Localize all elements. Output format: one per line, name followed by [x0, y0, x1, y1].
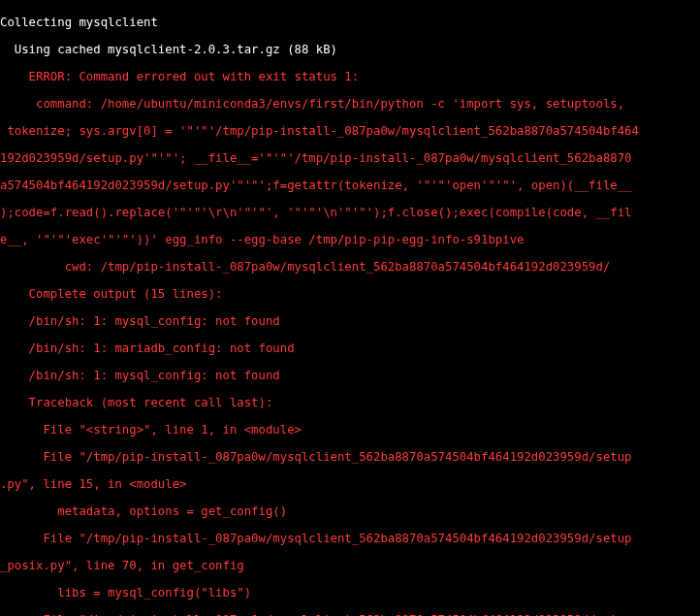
log-line: Collecting mysqlclient	[0, 16, 700, 29]
error-line: metadata, options = get_config()	[0, 504, 700, 518]
error-line: Complete output (15 lines):	[0, 287, 700, 301]
error-line: File "/tmp/pip-install-_087pa0w/mysqlcli…	[0, 532, 700, 545]
error-line: tokenize; sys.argv[0] = '"'"'/tmp/pip-in…	[0, 124, 700, 138]
error-line: cwd: /tmp/pip-install-_087pa0w/mysqlclie…	[0, 260, 700, 274]
error-line: );code=f.read().replace('"'"'\r\n'"'"', …	[0, 206, 700, 219]
log-line: Using cached mysqlclient-2.0.3.tar.gz (8…	[0, 43, 700, 56]
error-line: /bin/sh: 1: mysql_config: not found	[0, 369, 700, 382]
terminal-output: Collecting mysqlclient Using cached mysq…	[0, 0, 700, 616]
error-line: _posix.py", line 70, in get_config	[0, 559, 700, 572]
error-line: ERROR: Command errored out with exit sta…	[0, 70, 700, 83]
error-line: e__, '"'"'exec'"'"'))' egg_info --egg-ba…	[0, 233, 700, 246]
error-line: libs = mysql_config("libs")	[0, 586, 700, 600]
error-line: /bin/sh: 1: mariadb_config: not found	[0, 341, 700, 355]
error-line: .py", line 15, in <module>	[0, 477, 700, 491]
error-line: File "<string>", line 1, in <module>	[0, 423, 700, 437]
error-line: command: /home/ubuntu/miniconda3/envs/fi…	[0, 97, 700, 111]
error-line: Traceback (most recent call last):	[0, 396, 700, 409]
error-line: 192d023959d/setup.py'"'"'; __file__='"'"…	[0, 151, 700, 165]
error-line: /bin/sh: 1: mysql_config: not found	[0, 314, 700, 328]
error-line: a574504bf464192d023959d/setup.py'"'"';f=…	[0, 178, 700, 192]
error-line: File "/tmp/pip-install-_087pa0w/mysqlcli…	[0, 450, 700, 464]
